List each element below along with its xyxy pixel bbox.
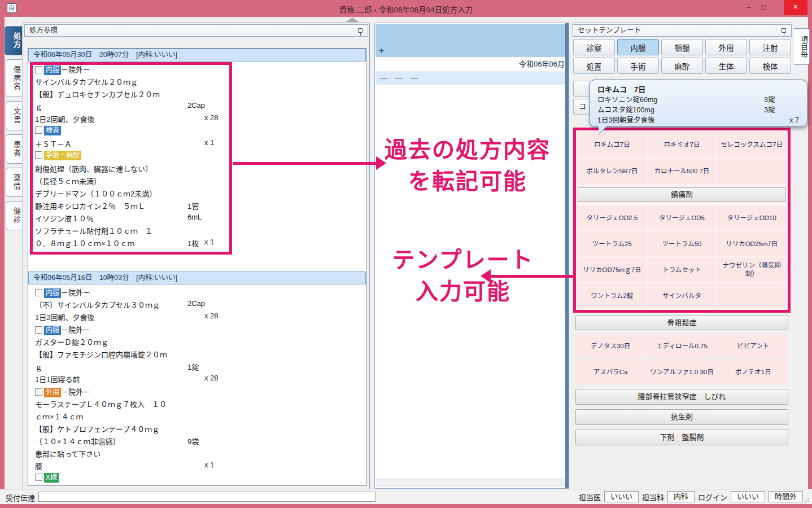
template-tile[interactable]: リリカOD75mｇ7日 xyxy=(578,257,647,282)
template-tile[interactable]: ワンアルファ1.0 30日 xyxy=(647,360,717,384)
left-tab[interactable]: 処方 xyxy=(5,26,22,55)
prescription-line: 内服－院外－ xyxy=(30,287,366,299)
line-text: 【般】ファモチジン口腔内崩壊錠２０ｍ xyxy=(35,351,167,359)
dash-mark: — xyxy=(395,73,403,82)
line-times: x 28 xyxy=(204,374,219,382)
tooltip-drug-qty: x 7 xyxy=(764,115,800,125)
template-tile[interactable]: ボルタレンSR7日 xyxy=(578,159,647,184)
template-tile[interactable]: サインバルタ xyxy=(648,283,717,308)
template-tile[interactable]: ナウゼリン（嘔気抑制） xyxy=(717,257,786,282)
line-text: 膝 xyxy=(35,462,42,471)
template-tile[interactable]: ワントラム2錠 xyxy=(578,283,647,308)
prescription-line: 1日1回寝る前x 28 xyxy=(30,374,366,386)
line-quantity: 2Cap xyxy=(187,101,205,110)
left-tab[interactable]: 傷病名 xyxy=(6,59,22,97)
template-tile-grid: ロキムコ7日ロキミオ7日セレコックスムコ7日ボルタレンSR7日カロナール500 … xyxy=(578,132,786,184)
category-button[interactable]: 生体 xyxy=(705,58,747,74)
template-tile[interactable]: リリカOD25m7日 xyxy=(717,231,786,256)
template-tile[interactable] xyxy=(717,159,786,184)
line-times: x 28 xyxy=(204,113,219,122)
left-tab[interactable]: 患者 xyxy=(6,134,22,164)
prescription-line: ソフラチュール貼付剤１０ｃｍ １ xyxy=(30,225,366,238)
tab-per-item[interactable]: 項目毎 xyxy=(794,28,810,65)
template-tile[interactable]: ビビアント xyxy=(718,334,788,358)
template-tile[interactable]: デノタス30日 xyxy=(575,334,645,358)
prescription-line: （長径５ｃｍ未満） xyxy=(30,176,366,188)
category-button[interactable]: 手術 xyxy=(617,58,659,74)
template-tile[interactable]: ロキミオ7日 xyxy=(648,132,717,157)
line-checkbox[interactable] xyxy=(35,289,42,296)
line-checkbox[interactable] xyxy=(35,151,42,159)
category-button[interactable]: 内服 xyxy=(617,39,659,55)
minimize-button[interactable]: – xyxy=(742,0,756,15)
template-tile[interactable]: ボノテオ1日 xyxy=(718,360,788,384)
category-badge: 外用 xyxy=(44,388,61,397)
prescription-reference-panel: 処方参照 令和06年05月30日 20時07分 [内科:いいい] 内服－院外－ … xyxy=(23,23,370,490)
prescription-line: 内服－院外－ xyxy=(30,64,366,76)
prescription-group: 令和06年05月16日 10時03分 [内科:いいい] 内服－院外－ （不）サイ… xyxy=(28,271,366,486)
section-bar[interactable]: 腰部脊柱管狭窄症 しびれ xyxy=(575,389,788,405)
editor-footer xyxy=(376,478,565,487)
prescription-line: 【般】ケトプロフェンテープ４０ｍｇ xyxy=(30,423,366,436)
template-tile[interactable]: ツートラム25 xyxy=(578,231,647,256)
template-tile[interactable]: カロナール500 7日 xyxy=(648,159,717,184)
template-tile[interactable]: ロキムコ7日 xyxy=(578,132,647,157)
tooltip-drug-name: ムコスタ錠100mg xyxy=(597,105,764,115)
line-text: ソフラチュール貼付剤１０ｃｍ １ xyxy=(35,227,152,235)
template-tile[interactable]: セレコックスムコ7日 xyxy=(717,132,786,157)
line-text: 1日2回朝、夕食後 xyxy=(35,313,94,322)
prescription-editor-panel: + 令和06年06月 ——— xyxy=(374,23,569,489)
add-row-button[interactable]: + xyxy=(379,46,384,56)
category-button[interactable]: 検体 xyxy=(749,58,791,74)
template-tile[interactable]: エディロール0.75 xyxy=(647,334,717,358)
tooltip-row: ロキソニン錠60mg 3錠 xyxy=(597,95,800,105)
template-tile[interactable]: タリージェOD2.5 xyxy=(578,205,647,230)
left-tab[interactable]: 健診 xyxy=(6,201,22,230)
template-tile[interactable]: タリージェOD5 xyxy=(648,205,717,230)
template-tile[interactable]: アスパラCa xyxy=(575,360,645,384)
line-checkbox[interactable] xyxy=(35,326,42,334)
resize-grip[interactable] xyxy=(805,497,810,502)
prescription-list[interactable]: 令和06年05月30日 20時07分 [内科:いいい] 内服－院外－ サインバル… xyxy=(28,48,366,486)
section-bar[interactable]: 下剤 整腸剤 xyxy=(575,430,788,445)
line-checkbox[interactable] xyxy=(35,66,42,73)
prescription-line: ＋ＳＴ－Ａx 1 xyxy=(30,138,366,151)
template-lower-groups: 骨粗鬆症 デノタス30日エディロール0.75ビビアントアスパラCaワンアルファ1… xyxy=(573,312,791,450)
line-text: ｇ xyxy=(35,363,42,371)
close-button[interactable]: ✕ xyxy=(784,0,807,15)
line-quantity: 6mL xyxy=(187,213,202,221)
line-text: ｃｍ×１４ｃｍ xyxy=(35,413,84,421)
status-item-label: 担当科 xyxy=(642,492,664,502)
template-tile[interactable]: タリージェOD10 xyxy=(717,205,786,230)
category-button[interactable]: 頓服 xyxy=(661,39,703,55)
collapse-handle-icon[interactable] xyxy=(346,17,359,22)
section-bar[interactable]: 抗生剤 xyxy=(575,409,788,425)
prescription-line: 単純撮影（デジタル撮影）2枚 xyxy=(30,485,366,486)
category-button[interactable]: 診察 xyxy=(573,39,615,55)
line-checkbox[interactable] xyxy=(35,126,42,134)
reception-message-input[interactable] xyxy=(38,492,376,502)
category-button[interactable]: 外用 xyxy=(705,39,747,55)
template-tile[interactable]: トラムセット xyxy=(648,257,717,282)
line-suffix: －院外－ xyxy=(61,288,90,297)
maximize-button[interactable]: □ xyxy=(757,0,770,15)
vertical-scrollbar[interactable] xyxy=(565,23,569,488)
section-bar-painkillers[interactable]: 鎮痛剤 xyxy=(578,187,786,202)
pin-icon[interactable] xyxy=(782,28,786,33)
line-checkbox[interactable] xyxy=(35,388,42,396)
template-tile[interactable] xyxy=(717,283,786,308)
left-tab[interactable]: 文書 xyxy=(6,101,22,130)
prescription-line: 1日2回朝、夕食後x 28 xyxy=(30,113,366,126)
category-button[interactable]: 処置 xyxy=(573,58,615,74)
category-button[interactable]: 注射 xyxy=(749,39,791,55)
prescription-line: （不）サインバルタカプセル３０ｍｇ2Cap xyxy=(30,299,366,312)
line-checkbox[interactable] xyxy=(35,474,42,481)
prescription-line: （１０×１４ｃｍ非温感）9袋 xyxy=(30,436,366,448)
line-quantity: 2Cap xyxy=(187,299,205,308)
line-text: 1日1回寝る前 xyxy=(35,375,80,384)
section-bar-osteoporosis[interactable]: 骨粗鬆症 xyxy=(575,316,788,330)
left-tab[interactable]: 薬情 xyxy=(6,168,22,197)
pin-icon[interactable] xyxy=(358,28,363,33)
category-button[interactable]: 麻酔 xyxy=(661,58,703,74)
template-tile[interactable]: ツートラム50 xyxy=(648,231,717,256)
